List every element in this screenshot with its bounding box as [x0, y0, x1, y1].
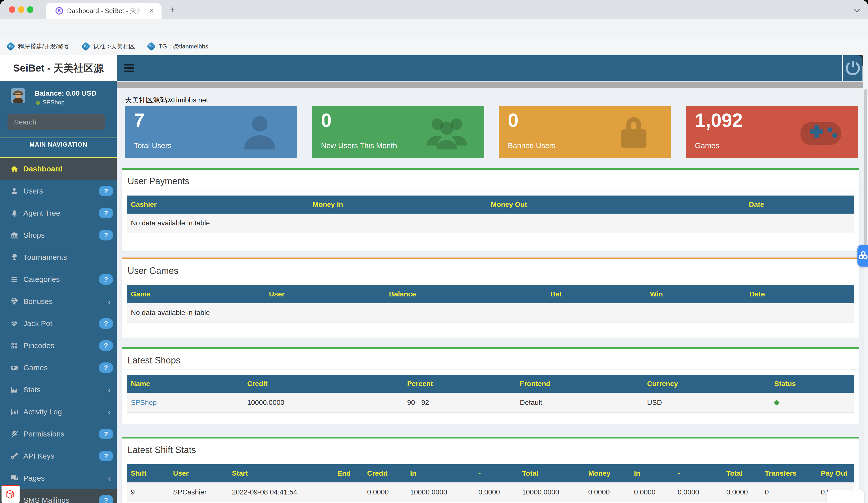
column-header: Frontend — [516, 375, 643, 393]
sidebar-toggle-icon[interactable] — [124, 63, 134, 74]
search-input[interactable] — [8, 118, 105, 126]
column-header: Percent — [403, 375, 516, 393]
zoom-window-button[interactable] — [27, 6, 33, 13]
sidebar-item[interactable]: Permissions ? — [0, 423, 117, 445]
tab-close-icon[interactable]: × — [147, 7, 156, 15]
panel-divider — [122, 459, 859, 459]
stat-label: Total Users — [134, 141, 172, 150]
panel-divider — [122, 369, 859, 370]
tab-search-chevron-icon[interactable] — [852, 6, 862, 15]
shop-name-link[interactable]: SPShop — [131, 399, 157, 406]
sidebar-item[interactable]: Categories ? — [0, 268, 117, 291]
column-header: Status — [770, 375, 854, 393]
sidebar-item[interactable]: Tournaments — [0, 246, 117, 268]
column-header: Total — [518, 464, 584, 482]
sidebar-item[interactable]: Dashboard — [0, 158, 117, 180]
panel-latest-shops: Latest Shops NameCreditPercentFrontendCu… — [122, 347, 859, 424]
help-badge[interactable]: ‹ — [108, 386, 111, 394]
column-header: End — [333, 464, 363, 482]
panel-user-games: User Games GameUserBalanceBetWinDate No … — [122, 258, 859, 338]
help-badge[interactable]: ‹ — [108, 408, 111, 416]
table-row: SPShop 10000.0000 90 - 92 Default USD — [127, 393, 854, 412]
stat-card-banned-users: 0 Banned Users — [499, 106, 671, 158]
bookmark-favicon: Tm — [6, 42, 16, 51]
help-badge[interactable]: ? — [99, 208, 113, 218]
nav-section-label: MAIN NAVIGATION — [0, 141, 117, 148]
browser-tab[interactable]: B Dashboard - SeiBet - 天美社区 × — [46, 3, 162, 19]
sidebar-item[interactable]: Pincodes ? — [0, 335, 117, 357]
sidebar-item[interactable]: Users ? — [0, 180, 117, 202]
sidebar-item-icon — [10, 297, 19, 306]
sidebar-item[interactable]: Bonuses ‹ — [0, 291, 117, 313]
help-badge[interactable]: ? — [99, 495, 113, 503]
sidebar-item[interactable]: API Keys ? — [0, 445, 117, 467]
bookmark-item[interactable]: Tm TG：@tianmeibbs — [148, 42, 208, 51]
column-header: Bet — [546, 285, 646, 303]
sidebar-item-icon — [10, 187, 19, 195]
help-badge[interactable]: ‹ — [108, 474, 111, 482]
column-header: Start — [228, 464, 333, 482]
help-badge[interactable]: ‹ — [108, 297, 111, 306]
gamepad-icon — [792, 109, 850, 156]
sidebar-item[interactable]: Agent Tree ? — [0, 202, 117, 224]
stat-label: New Users This Month — [321, 141, 397, 150]
close-window-button[interactable] — [9, 6, 15, 13]
sidebar-item-label: Agent Tree — [23, 209, 60, 217]
latest-shops-table: NameCreditPercentFrontendCurrencyStatus … — [127, 375, 854, 413]
sidebar-item[interactable]: Shops ? — [0, 224, 117, 246]
new-tab-button[interactable]: + — [167, 4, 178, 15]
table-header-row: ShiftUserStartEndCreditIn-TotalMoneyIn-T… — [127, 464, 854, 482]
column-header: Credit — [363, 464, 406, 482]
column-header: In — [406, 464, 474, 482]
sidebar-item-icon — [10, 319, 19, 328]
app-logo[interactable]: SeiBet - 天美社区源 — [0, 55, 117, 81]
sidebar-item-label: Users — [23, 187, 43, 195]
help-badge[interactable]: ? — [99, 340, 113, 351]
minimize-window-button[interactable] — [18, 6, 24, 13]
help-badge[interactable]: ? — [99, 429, 113, 439]
shift-id: 9 — [127, 482, 169, 502]
sidebar-item-label: SMS Mailings — [23, 496, 69, 503]
column-header: Currency — [643, 375, 770, 393]
column-header: In — [630, 464, 674, 482]
shift-minus: 0.0000 — [474, 482, 518, 502]
netdisk-extension-button[interactable] — [857, 245, 868, 266]
help-badge[interactable]: ? — [99, 230, 113, 240]
shift-user: SPCashier — [169, 482, 228, 502]
help-badge[interactable]: ? — [99, 274, 113, 285]
sidebar-item-label: Shops — [23, 231, 45, 240]
sidebar-item[interactable]: Stats ‹ — [0, 379, 117, 401]
shift-transfers: 0 — [761, 482, 817, 502]
browser-window: B Dashboard - SeiBet - 天美社区 × + https://… — [0, 0, 868, 503]
status-dot — [774, 400, 779, 405]
bookmark-item[interactable]: Tm 认准->天美社区 — [83, 42, 135, 51]
column-header: Pay Out — [817, 464, 854, 482]
help-badge[interactable]: ? — [99, 451, 113, 461]
help-badge[interactable]: ? — [99, 363, 113, 373]
logout-button[interactable] — [843, 55, 862, 81]
table-header-row: GameUserBalanceBetWinDate — [127, 285, 854, 303]
column-header: Total — [722, 464, 761, 482]
column-header: Money Out — [487, 196, 745, 213]
bookmark-label: 程序搭建/开发/修复 — [18, 42, 70, 51]
bookmarks-bar: Tm 程序搭建/开发/修复 Tm 认准->天美社区 Tm TG：@tianmei… — [0, 38, 868, 55]
column-header: Balance — [385, 285, 547, 303]
bookmark-favicon: Tm — [147, 42, 156, 51]
bookmark-item[interactable]: Tm 程序搭建/开发/修复 — [8, 42, 70, 51]
sidebar-item[interactable]: Activity Log ‹ — [0, 401, 117, 423]
help-badge[interactable]: ? — [99, 186, 113, 196]
floating-widget[interactable] — [827, 490, 865, 503]
table-row: No data available in table — [127, 213, 854, 233]
vertical-scrollbar-thumb[interactable] — [864, 89, 867, 252]
tab-strip: B Dashboard - SeiBet - 天美社区 × + — [0, 0, 868, 19]
panel-shift-stats: Latest Shift Stats ShiftUserStartEndCred… — [122, 437, 859, 503]
debugbar-toggle[interactable] — [1, 485, 20, 503]
horizontal-scrollbar[interactable] — [117, 82, 864, 88]
sidebar-item[interactable]: Jack Pot ? — [0, 313, 117, 335]
column-header: - — [474, 464, 518, 482]
column-header: Money In — [309, 196, 487, 213]
table-header-row: NameCreditPercentFrontendCurrencyStatus — [127, 375, 854, 393]
help-badge[interactable]: ? — [99, 318, 113, 329]
sidebar-item[interactable]: Games ? — [0, 357, 117, 379]
column-header: Cashier — [127, 196, 309, 213]
